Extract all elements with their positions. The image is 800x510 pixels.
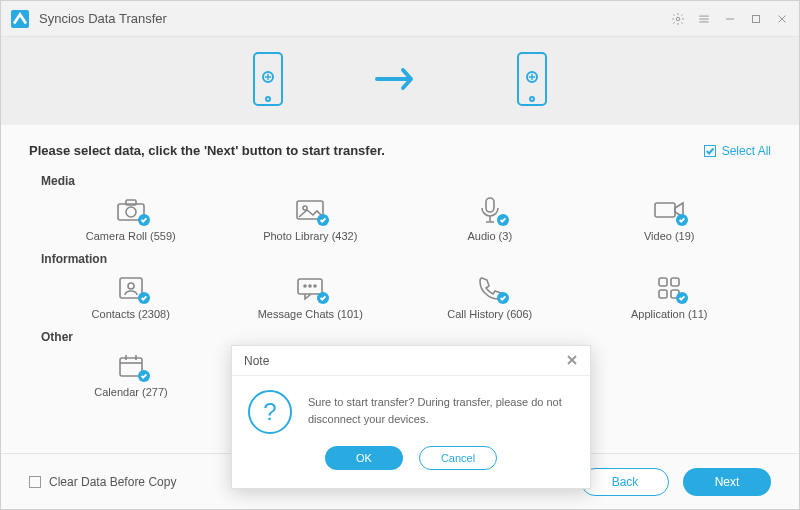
- dialog-message: Sure to start transfer? During transfer,…: [308, 390, 574, 434]
- dialog-close-button[interactable]: [566, 352, 578, 370]
- question-icon: ?: [248, 390, 292, 434]
- dialog-body: ? Sure to start transfer? During transfe…: [232, 376, 590, 440]
- dialog-title: Note: [244, 354, 269, 368]
- dialog-footer: OK Cancel: [232, 440, 590, 482]
- app-window: Syncios Data Transfer: [0, 0, 800, 510]
- confirm-dialog: Note ? Sure to start transfer? During tr…: [231, 345, 591, 489]
- dialog-ok-button[interactable]: OK: [325, 446, 403, 470]
- dialog-cancel-button[interactable]: Cancel: [419, 446, 497, 470]
- dialog-header: Note: [232, 346, 590, 376]
